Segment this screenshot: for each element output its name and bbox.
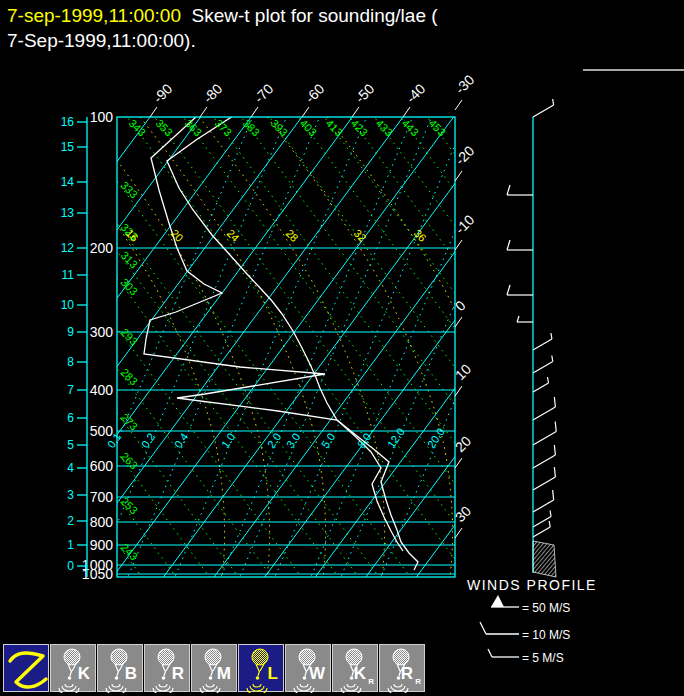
svg-text:363: 363 <box>183 117 204 138</box>
height-axis: 161514131211109876543210 <box>61 115 87 577</box>
svg-text:5.0: 5.0 <box>319 431 338 450</box>
svg-text:13: 13 <box>61 206 75 220</box>
toolbar-button-subscript: R <box>368 677 374 686</box>
isotherm-lines <box>0 117 684 577</box>
toolbar-button-label: R <box>401 664 413 684</box>
svg-text:20.0: 20.0 <box>425 426 447 450</box>
svg-text:373: 373 <box>213 117 234 138</box>
toolbar-button-label: M <box>217 664 231 684</box>
svg-text:-90: -90 <box>150 80 176 106</box>
mixing-ratio-lines <box>58 109 576 585</box>
svg-text:14: 14 <box>61 175 75 189</box>
toolbar-button-m[interactable]: M <box>191 644 237 692</box>
toolbar-button-b[interactable]: B <box>97 644 143 692</box>
toolbar-button-label: K <box>78 664 90 684</box>
svg-text:12: 12 <box>61 241 75 255</box>
svg-text:-70: -70 <box>251 80 277 106</box>
svg-text:7: 7 <box>67 383 74 397</box>
wind-barb-cluster <box>533 541 556 577</box>
svg-text:11: 11 <box>62 268 75 282</box>
svg-text:= 50 M/S: = 50 M/S <box>522 601 570 615</box>
svg-text:333: 333 <box>119 179 140 200</box>
svg-text:15: 15 <box>61 140 75 154</box>
z-logo-icon <box>4 645 50 693</box>
svg-text:353: 353 <box>154 117 175 138</box>
svg-text:9: 9 <box>67 325 74 339</box>
svg-text:433: 433 <box>374 117 395 138</box>
svg-text:-60: -60 <box>302 80 328 106</box>
dry-adiabat-labels: 3433533633733833934034134234334434533333… <box>119 117 448 562</box>
svg-text:-10: -10 <box>452 211 478 237</box>
balloon-icon <box>145 645 191 693</box>
svg-text:6: 6 <box>67 411 74 425</box>
svg-text:10: 10 <box>61 298 75 312</box>
svg-text:283: 283 <box>119 366 140 387</box>
svg-text:32: 32 <box>352 227 369 244</box>
svg-text:253: 253 <box>119 495 140 516</box>
svg-text:24: 24 <box>225 227 242 244</box>
svg-text:303: 303 <box>119 276 140 297</box>
wind-profile <box>507 99 556 577</box>
skewt-plot: 1002003004005006007008009001000105016151… <box>0 0 684 696</box>
flag-barb-icon <box>491 595 504 607</box>
svg-text:0: 0 <box>67 559 74 573</box>
svg-text:800: 800 <box>90 514 114 530</box>
svg-text:1.0: 1.0 <box>219 431 238 450</box>
toolbar-button-w[interactable]: W <box>285 644 331 692</box>
toolbar-button-k-r[interactable]: KR <box>332 644 378 692</box>
svg-text:2: 2 <box>67 514 74 528</box>
svg-text:12.0: 12.0 <box>385 426 407 450</box>
svg-text:423: 423 <box>349 117 370 138</box>
svg-text:4: 4 <box>67 461 74 475</box>
winds-profile-legend: WINDS PROFILE= 50 M/S= 10 M/S= 5 M/S <box>467 577 597 665</box>
toolbar-button-z[interactable] <box>3 644 49 692</box>
svg-text:3: 3 <box>67 488 74 502</box>
svg-text:3.0: 3.0 <box>284 431 303 450</box>
svg-text:700: 700 <box>90 489 114 505</box>
svg-text:0.4: 0.4 <box>172 431 191 450</box>
toolbar-button-label: W <box>309 664 325 684</box>
temperature-trace <box>167 116 418 570</box>
svg-text:413: 413 <box>324 117 345 138</box>
svg-text:263: 263 <box>119 450 140 471</box>
svg-text:393: 393 <box>269 117 290 138</box>
svg-text:600: 600 <box>90 458 114 474</box>
svg-text:300: 300 <box>90 324 114 340</box>
mixing-ratio-labels: 0.10.20.41.02.03.05.08.012.020.0 <box>105 426 447 450</box>
svg-text:36: 36 <box>412 227 429 244</box>
svg-text:-50: -50 <box>352 80 378 106</box>
svg-text:0.2: 0.2 <box>139 431 158 450</box>
svg-text:8: 8 <box>67 355 74 369</box>
svg-text:-40: -40 <box>403 80 429 106</box>
svg-text:1: 1 <box>67 538 74 552</box>
svg-text:2.0: 2.0 <box>265 431 284 450</box>
svg-text:5: 5 <box>67 438 74 452</box>
toolbar-button-label: K <box>354 664 366 684</box>
toolbar-button-r[interactable]: R <box>144 644 190 692</box>
toolbar-button-k[interactable]: K <box>50 644 96 692</box>
svg-text:900: 900 <box>90 537 114 553</box>
balloon-icon <box>51 645 97 693</box>
toolbar-button-subscript: R <box>415 677 421 686</box>
svg-text:400: 400 <box>90 382 114 398</box>
svg-text:-20: -20 <box>452 142 478 168</box>
svg-text:443: 443 <box>400 117 421 138</box>
svg-text:= 5 M/S: = 5 M/S <box>522 651 564 665</box>
svg-text:403: 403 <box>298 117 319 138</box>
toolbar-button-label: B <box>125 664 137 684</box>
svg-text:100: 100 <box>90 109 114 125</box>
toolbar-button-r-r[interactable]: RR <box>379 644 425 692</box>
svg-text:16: 16 <box>61 115 75 129</box>
balloon-icon <box>98 645 144 693</box>
toolbar-button-l[interactable]: L <box>238 644 284 692</box>
legend-title: WINDS PROFILE <box>467 577 597 593</box>
svg-text:-80: -80 <box>200 80 226 106</box>
svg-text:= 10 M/S: = 10 M/S <box>522 628 570 642</box>
temp-axis-top-labels: -90-80-70-60-50-40 <box>150 80 429 117</box>
svg-text:313: 313 <box>119 249 140 270</box>
balloon-icon <box>192 645 238 693</box>
svg-text:28: 28 <box>284 227 301 244</box>
svg-text:-30: -30 <box>452 71 478 97</box>
toolbar-button-label: L <box>268 664 278 684</box>
svg-text:200: 200 <box>90 240 114 256</box>
